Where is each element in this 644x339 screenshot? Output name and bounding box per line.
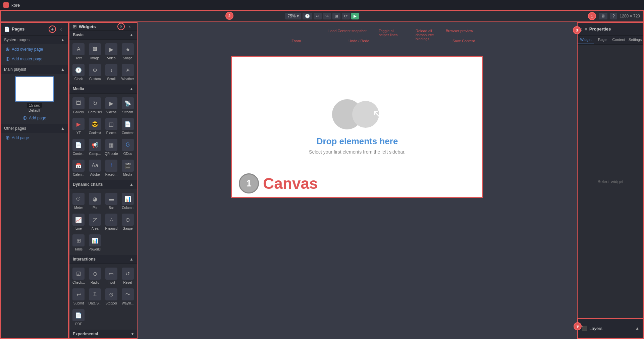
- other-pages-toggle[interactable]: ▲: [61, 126, 65, 131]
- monitor-button[interactable]: 🖥: [599, 13, 607, 19]
- zoom-dropdown[interactable]: 75% ▾: [285, 13, 301, 19]
- widget-pie[interactable]: ◕Pie: [87, 191, 103, 211]
- calen-widget-icon: 📅: [72, 160, 85, 172]
- main-playlist-section: Main playlist ▲: [1, 65, 68, 74]
- tab-settings[interactable]: Settings: [627, 36, 643, 44]
- other-add-page-row[interactable]: ⊕ Add page: [1, 133, 68, 143]
- widget-pyramid[interactable]: △Pyramid: [104, 212, 119, 232]
- widget-calen[interactable]: 📅Calen...: [71, 158, 87, 178]
- widget-reset[interactable]: ↺Reset: [120, 266, 136, 286]
- playlist-content: 15 sec Default ⊕ Add page: [1, 74, 68, 124]
- add-master-plus-icon: ⊕: [5, 56, 10, 62]
- pages-collapse-button[interactable]: ‹: [57, 25, 65, 33]
- widget-line[interactable]: 📈Line: [71, 212, 87, 232]
- widget-pdf[interactable]: 📄PDF: [71, 307, 87, 328]
- system-pages-toggle[interactable]: ▲: [61, 38, 65, 42]
- widget-checkbox[interactable]: ☑Check...: [71, 266, 87, 286]
- widget-gallery[interactable]: 🖼Gallery: [71, 96, 87, 116]
- basic-widget-grid: AText 🖼Image ▶Video ★Shape 🕐Clock ⚙Custo…: [69, 40, 137, 84]
- widget-shape[interactable]: ★Shape: [120, 42, 136, 62]
- widget-stream[interactable]: 📡Stream: [120, 96, 136, 116]
- widget-radio[interactable]: ⊙Radio: [87, 266, 103, 286]
- shape-widget-icon: ★: [122, 43, 134, 55]
- right-panel: 3 › ≡ Properties Widget Page Content Set…: [577, 22, 644, 339]
- widget-videos[interactable]: ▶Videos: [104, 96, 119, 116]
- widget-stopper[interactable]: ⊙Stopper: [104, 287, 119, 307]
- widgets-close-button[interactable]: ×: [117, 23, 125, 30]
- layers-icon: ⬛: [582, 326, 587, 331]
- widget-wayfil[interactable]: 〜Wayfil...: [120, 287, 136, 307]
- widget-input[interactable]: ▭Input: [104, 266, 119, 286]
- add-page-label: Add page: [29, 116, 46, 120]
- text-widget-icon: A: [72, 43, 85, 55]
- basic-section-header: Basic ▲: [69, 31, 137, 40]
- widget-datasource[interactable]: ΣData S...: [87, 287, 103, 307]
- widget-video[interactable]: ▶Video: [104, 42, 119, 62]
- widget-weather[interactable]: ☀Weather: [120, 62, 136, 82]
- widget-adobe[interactable]: AaAdobe: [87, 158, 103, 178]
- widget-area[interactable]: ◸Area: [87, 212, 103, 232]
- app-icon: [3, 2, 9, 8]
- annotation-toggle: Toggle allhelper lines: [379, 29, 397, 37]
- widget-submit[interactable]: ↩Submit: [71, 287, 87, 307]
- facebook-widget-icon: f: [105, 160, 117, 172]
- redo-button[interactable]: ↪: [323, 13, 331, 19]
- widget-custom[interactable]: ⚙Custom: [87, 62, 103, 82]
- add-overlay-row[interactable]: ⊕ Add overlay page: [1, 44, 68, 54]
- reload-button[interactable]: ⟳: [342, 13, 350, 19]
- canvas-drop-icon: ↖: [332, 99, 382, 129]
- widget-media[interactable]: 🎬Media: [120, 158, 136, 178]
- widget-scroll[interactable]: ↕Scroll: [104, 62, 119, 82]
- right-panel-expand-button[interactable]: ›: [581, 26, 583, 32]
- history-button[interactable]: 🕐: [303, 13, 312, 19]
- widget-column[interactable]: 📊Column: [120, 191, 136, 211]
- widget-table[interactable]: ⊞Table: [71, 233, 87, 253]
- canvas-name: Canvas: [263, 174, 318, 192]
- tab-widget[interactable]: Widget: [578, 36, 594, 44]
- widget-text[interactable]: AText: [71, 42, 87, 62]
- layers-collapse-button[interactable]: ▲: [635, 326, 639, 331]
- widget-pieces[interactable]: ◫Pieces: [104, 116, 119, 136]
- main-playlist-toggle[interactable]: ▲: [61, 67, 65, 72]
- interactions-section-toggle[interactable]: ▲: [129, 257, 133, 262]
- gdoc-widget-icon: G: [122, 139, 134, 151]
- widget-powerbi[interactable]: 📊PowerBI: [87, 233, 103, 253]
- undo-button[interactable]: ↩: [314, 13, 322, 19]
- add-page-row[interactable]: ⊕ Add page: [18, 113, 51, 123]
- help-button[interactable]: ?: [610, 13, 617, 19]
- main-playlist-title: Main playlist: [4, 67, 26, 72]
- datasource-widget-icon: Σ: [89, 288, 101, 300]
- basic-section-toggle[interactable]: ▲: [129, 33, 133, 37]
- experimental-section-toggle[interactable]: ▾: [131, 332, 133, 336]
- weather-widget-icon: ☀: [122, 64, 134, 76]
- page-thumbnail[interactable]: [15, 76, 54, 102]
- widget-yt[interactable]: ▶YT: [71, 116, 87, 136]
- scroll-widget-icon: ↕: [105, 64, 117, 76]
- widget-qrcode[interactable]: ▦QR code: [104, 137, 119, 157]
- widget-cooltext[interactable]: 😎Cooltext: [87, 116, 103, 136]
- other-pages-section: Other pages ▲: [1, 124, 68, 133]
- widgets-collapse-button[interactable]: ‹: [126, 23, 133, 30]
- widget-meter[interactable]: ⏲Meter: [71, 191, 87, 211]
- toolbar-annotation-1: 1: [588, 12, 596, 20]
- pages-add-button[interactable]: +: [49, 25, 56, 33]
- widget-carousel[interactable]: ↻Carousel: [87, 96, 103, 116]
- widget-facebook[interactable]: fFaceb...: [104, 158, 119, 178]
- widget-gauge[interactable]: ⊙Gauge: [120, 212, 136, 232]
- tab-page[interactable]: Page: [594, 36, 610, 44]
- widget-image[interactable]: 🖼Image: [87, 42, 103, 62]
- video-widget-icon: ▶: [105, 43, 117, 55]
- dynamic-charts-section-toggle[interactable]: ▲: [129, 182, 133, 187]
- widget-conte2[interactable]: 📄Conte...: [71, 137, 87, 157]
- media-section-toggle[interactable]: ▲: [129, 87, 133, 91]
- widget-bar[interactable]: ▬Bar: [104, 191, 119, 211]
- tab-content[interactable]: Content: [610, 36, 627, 44]
- widget-gdoc[interactable]: GGDoc: [120, 137, 136, 157]
- add-master-row[interactable]: ⊕ Add master page: [1, 54, 68, 64]
- play-button[interactable]: ▶: [351, 13, 359, 19]
- widget-camp[interactable]: 📢Camp...: [87, 137, 103, 157]
- widget-content[interactable]: 📄Content: [120, 116, 136, 136]
- pages-panel: 📄 Pages + ‹ System pages ▲ ⊕ Add overlay…: [0, 22, 69, 339]
- grid-button[interactable]: ⊞: [332, 13, 340, 19]
- widget-clock[interactable]: 🕐Clock: [71, 62, 87, 82]
